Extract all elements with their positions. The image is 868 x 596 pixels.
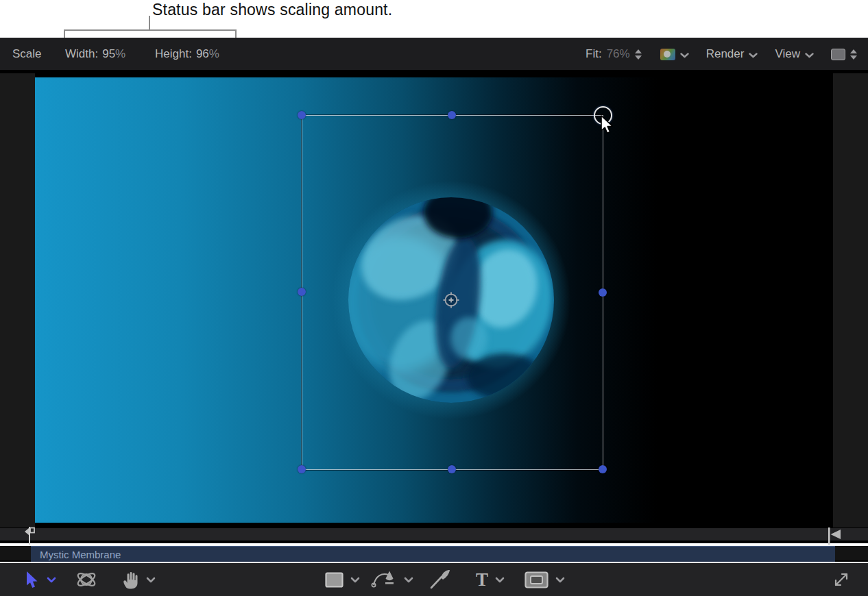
cursor-arrow-icon [598, 114, 617, 135]
selection-handle-bottom-center[interactable] [448, 465, 456, 473]
image-mask-icon [525, 571, 548, 588]
color-channels-menu[interactable] [660, 49, 688, 60]
stepper-icon[interactable] [635, 49, 642, 60]
chevron-down-icon [680, 53, 688, 58]
status-height-readout: Height: 96 % [155, 38, 219, 71]
selection-handle-bottom-left[interactable] [298, 465, 306, 473]
orbit-3d-icon [75, 569, 97, 591]
paint-stroke-tool[interactable] [429, 563, 452, 596]
mini-timeline[interactable] [0, 527, 868, 543]
callout-bracket-stem [149, 16, 150, 29]
rectangle-shape-tool[interactable] [325, 563, 360, 596]
width-unit: % [115, 47, 125, 61]
height-value: 96 [196, 47, 209, 61]
selection-handle-top-center[interactable] [448, 111, 456, 119]
window-layout-icon [831, 49, 845, 60]
width-value: 95 [102, 47, 115, 61]
playhead-pin-icon[interactable] [23, 525, 36, 546]
chevron-down-icon[interactable] [350, 577, 360, 583]
fit-zoom-control[interactable]: Fit: 76% [586, 47, 642, 61]
text-tool[interactable]: T [476, 563, 505, 596]
chevron-down-icon [805, 53, 812, 58]
stepper-icon[interactable] [850, 49, 857, 60]
select-transform-tool[interactable] [23, 563, 56, 596]
motion-canvas-window: Status bar shows scaling amount. Scale W… [0, 0, 868, 596]
viewport-margin-left [0, 73, 35, 527]
chevron-down-icon [749, 53, 756, 58]
fit-label: Fit: [586, 47, 602, 61]
rect-tool-icon [325, 572, 343, 588]
chevron-down-icon[interactable] [495, 577, 505, 583]
chevron-down-icon[interactable] [404, 577, 413, 583]
height-label: Height: [155, 47, 192, 61]
timebar-label: Mystic Membrane [40, 549, 121, 560]
bezier-pen-icon [371, 570, 397, 589]
callout-bracket [64, 29, 237, 31]
bezier-pen-tool[interactable] [371, 563, 413, 596]
width-label: Width: [65, 47, 98, 61]
end-marker-icon[interactable] [824, 527, 845, 545]
fit-value: 76% [607, 47, 630, 61]
chevron-down-icon[interactable] [555, 577, 565, 583]
text-tool-icon: T [476, 569, 488, 591]
view-label: View [775, 47, 800, 61]
viewport-margin-right [833, 73, 868, 527]
render-menu[interactable]: Render [706, 47, 757, 61]
image-mask-tool[interactable] [525, 563, 565, 596]
canvas-viewport [0, 71, 868, 527]
window-layout-control[interactable] [831, 49, 857, 60]
hand-icon [120, 569, 139, 590]
paintbrush-icon [429, 569, 452, 590]
chevron-down-icon[interactable] [47, 577, 56, 583]
render-label: Render [706, 47, 745, 61]
timeline-track-row: Mystic Membrane [0, 546, 868, 562]
callout-bracket-tick-right [235, 29, 237, 38]
select-arrow-icon [23, 570, 40, 589]
callout-bracket-tick-left [64, 29, 65, 38]
selection-handle-middle-left[interactable] [298, 288, 306, 296]
selection-handle-middle-right[interactable] [599, 288, 607, 297]
selection-handle-top-left[interactable] [298, 111, 306, 119]
expand-diagonal-icon [830, 569, 852, 591]
3d-transform-tool[interactable] [75, 563, 97, 596]
pan-hand-tool[interactable] [120, 563, 156, 596]
anchor-point-icon[interactable] [442, 291, 460, 309]
selection-handle-bottom-right[interactable] [599, 465, 607, 473]
chevron-down-icon[interactable] [146, 577, 156, 583]
expand-timing-pane-button[interactable] [830, 563, 852, 596]
color-channels-icon [660, 49, 675, 60]
view-menu[interactable]: View [775, 47, 812, 61]
status-mode-label: Scale [12, 38, 42, 71]
status-width-readout: Width: 95 % [65, 38, 125, 71]
callout-text: Status bar shows scaling amount. [152, 1, 392, 19]
bottom-toolbar: T [0, 563, 868, 596]
status-bar: Scale Width: 95 % Height: 96 % Fit: 76% [0, 38, 868, 71]
height-unit: % [209, 47, 219, 61]
timebar-mystic-membrane[interactable]: Mystic Membrane [31, 546, 835, 562]
